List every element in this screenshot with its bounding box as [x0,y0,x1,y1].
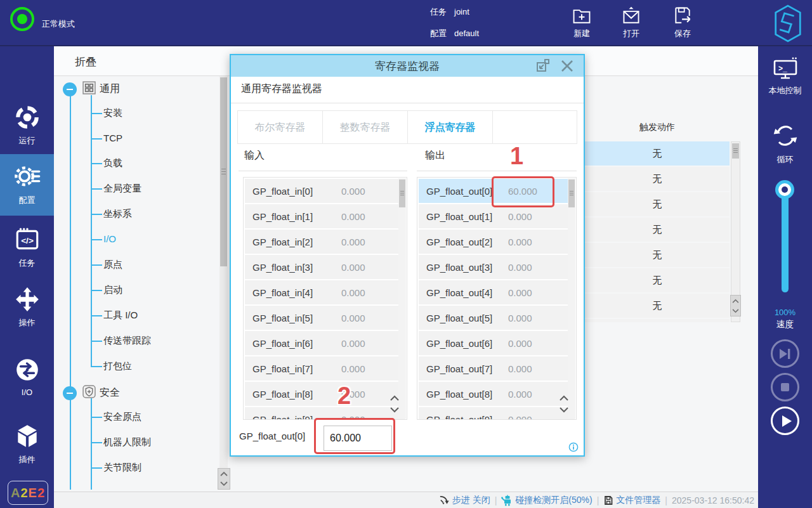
register-row[interactable]: GP_float_in[7]0.000 [245,356,405,381]
tree-item-packing[interactable]: 打包位 [103,360,132,372]
new-button[interactable]: 新建 [562,6,601,39]
register-row[interactable]: GP_float_in[6]0.000 [245,331,405,355]
info-icon[interactable] [568,442,579,455]
register-row[interactable]: GP_float_out[6]0.000 [419,331,575,355]
register-row[interactable]: GP_float_out[1]0.000 [419,204,575,228]
trigger-row[interactable]: 无 [585,141,730,166]
play-button[interactable] [771,407,799,435]
sidebar-item-run[interactable]: 运行 [0,100,54,151]
tree-item-global-vars[interactable]: 全局变量 [103,183,141,195]
register-row[interactable]: GP_float_out[7]0.000 [419,356,575,381]
register-row[interactable]: GP_float_out[4]0.000 [419,280,575,304]
tab-float-register[interactable]: 浮点寄存器 [408,111,493,143]
tree-scrollbar[interactable] [219,76,228,468]
shield-icon [82,385,96,401]
trigger-row[interactable]: 无 [585,243,730,267]
separator: | [495,495,497,505]
trigger-row[interactable]: 无 [585,192,730,216]
trigger-row[interactable]: 无 [585,294,730,318]
chevron-down-icon[interactable] [732,309,739,313]
stop-button[interactable] [771,373,799,401]
tree-tick [91,366,102,367]
tab-int-register[interactable]: 整数寄存器 [323,111,408,143]
register-row[interactable]: GP_float_in[5]0.000 [245,306,405,330]
tree-item-payload[interactable]: 负载 [103,157,122,169]
register-row[interactable]: GP_float_in[1]0.000 [245,204,405,228]
tree-item-tool-io[interactable]: 工具 I/O [103,309,138,322]
tree-scrollbar-thumb[interactable] [220,77,227,266]
input-section-header: 输入 [244,149,265,162]
register-row[interactable]: GP_float_in[2]0.000 [245,230,405,254]
tree-item-io-selected[interactable]: I/O [103,233,116,244]
loop-button[interactable]: 循环 [758,121,812,166]
chevron-up-icon[interactable] [732,299,739,303]
register-value: 0.000 [508,211,532,222]
tree-item-joint-limits[interactable]: 关节限制 [103,462,141,474]
register-row[interactable]: GP_float_out[5]0.000 [419,306,575,330]
sidebar-item-operate[interactable]: 操作 [0,282,54,333]
popout-icon[interactable] [535,58,551,76]
tree-group-safety[interactable]: 安全 [63,385,120,401]
collision-detect-status[interactable]: 碰撞检测开启(50%) [501,495,592,506]
sidebar-item-task[interactable]: </> 任务 [0,223,54,273]
collapse-minus-icon[interactable] [63,82,77,96]
open-button[interactable]: 打开 [612,6,651,39]
trigger-row[interactable]: 无 [585,167,730,191]
register-row-selected[interactable]: GP_float_out[0]60.000 [419,179,575,203]
register-row[interactable]: GP_float_in[4]0.000 [245,280,405,304]
step-mode-status[interactable]: 步进 关闭 [439,495,490,506]
input-scroll-up[interactable] [388,393,402,404]
register-row[interactable]: GP_float_in[3]0.000 [245,255,405,279]
chevron-down-icon[interactable] [220,481,228,486]
local-control-button[interactable]: >_ 本地控制 [758,56,812,96]
config-value: default [454,29,479,38]
chevron-up-icon[interactable] [220,471,228,476]
loop-label: 循环 [758,154,812,166]
output-scroll-down[interactable] [557,405,571,416]
register-value-input[interactable] [324,426,392,451]
input-scroll-down[interactable] [388,405,402,416]
tree-item-safety-origin[interactable]: 安全原点 [103,411,141,423]
trigger-row[interactable]: 无 [585,268,730,292]
step-forward-button[interactable] [771,339,799,368]
register-row[interactable]: GP_float_in[9]0.000 [245,407,405,420]
tree-item-conveyor[interactable]: 传送带跟踪 [103,335,151,347]
trigger-scrollbar-thumb[interactable] [732,143,739,159]
tree-item-origin[interactable]: 原点 [103,259,122,271]
sidebar-item-config[interactable]: 配置 [0,154,54,216]
scrollbar-thumb[interactable] [399,179,405,207]
tree-item-coord-system[interactable]: 坐标系 [103,208,132,220]
sidebar-item-io[interactable]: I/O [0,353,54,403]
register-row[interactable]: GP_float_out[3]0.000 [419,255,575,279]
register-row[interactable]: GP_float_in[0]0.000 [245,179,405,203]
tree-item-robot-limits[interactable]: 机器人限制 [103,436,151,448]
tree-item-startup[interactable]: 启动 [103,284,122,296]
register-row[interactable]: GP_float_out[9]0.000 [419,407,575,420]
trigger-row[interactable]: 无 [585,218,730,242]
register-row[interactable]: GP_float_in[8]0.000 [245,382,405,406]
output-list-scrollbar[interactable] [568,178,575,419]
tree-scroll-buttons[interactable] [218,468,230,490]
task-value: joint [454,7,469,16]
output-scroll-up[interactable] [557,393,571,404]
tree-item-tcp[interactable]: TCP [103,133,122,143]
collapse-minus-icon[interactable] [63,386,77,400]
tree-item-install[interactable]: 安装 [103,107,122,119]
register-row[interactable]: GP_float_out[2]0.000 [419,230,575,254]
tab-bool-register[interactable]: 布尔寄存器 [238,111,323,143]
save-button[interactable]: 保存 [663,6,702,39]
scrollbar-thumb[interactable] [568,179,575,207]
speed-slider-track[interactable] [782,188,789,292]
file-manager-button[interactable]: 文件管理器 [603,495,660,506]
input-list-scrollbar[interactable] [398,178,406,419]
trigger-scroll-buttons[interactable] [730,295,741,316]
trigger-row[interactable]: 无 [585,319,730,322]
sidebar-item-plugin[interactable]: 插件 [0,419,54,470]
tree-tick [91,290,102,291]
close-icon[interactable] [560,58,575,76]
collapse-toggle[interactable]: 折叠 [75,55,96,69]
tree-group-general[interactable]: 通用 [63,81,120,97]
register-row[interactable]: GP_float_out[8]0.000 [419,382,575,406]
robot-control-app: 正常模式 任务joint 配置default 新建 打开 保存 运行 [0,0,812,508]
speed-slider-thumb[interactable] [775,180,794,199]
